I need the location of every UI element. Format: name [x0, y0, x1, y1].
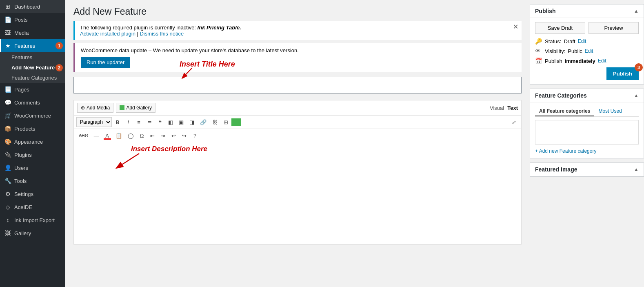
- dismiss-notice-link[interactable]: Dismiss this notice: [140, 31, 184, 37]
- status-edit-link[interactable]: Edit: [578, 38, 586, 44]
- unordered-list-button[interactable]: ≡: [134, 117, 144, 127]
- strikethrough-button[interactable]: ABC: [76, 131, 91, 140]
- notice-close-button[interactable]: ✕: [513, 24, 518, 30]
- format-select[interactable]: Paragraph Heading 1 Heading 2 Heading 3: [76, 117, 112, 127]
- sidebar-item-aceide[interactable]: ◇ AceIDE: [0, 200, 65, 214]
- align-right-button[interactable]: ◨: [187, 117, 197, 127]
- status-icon: 🔑: [535, 38, 542, 44]
- content-area: Add New Feature The following required p…: [65, 0, 644, 287]
- paste-from-word-button[interactable]: 📋: [113, 131, 124, 140]
- publish-metabox-header[interactable]: Publish ▲: [530, 4, 644, 18]
- undo-button[interactable]: ↩: [169, 131, 179, 140]
- publish-button[interactable]: Publish 3: [606, 67, 639, 80]
- add-gallery-label: Add Gallery: [126, 105, 152, 111]
- plugins-icon: 🔌: [4, 151, 11, 158]
- notice-message: The following required plugin is current…: [80, 24, 241, 31]
- sidebar-item-label: Gallery: [14, 230, 31, 236]
- expand-editor-button[interactable]: ⤢: [509, 117, 519, 127]
- sidebar-item-label: Ink Import Export: [14, 217, 55, 223]
- most-used-tab[interactable]: Most Used: [594, 107, 626, 116]
- sidebar-item-label: WooCommerce: [14, 113, 51, 119]
- outdent-button[interactable]: ⇤: [148, 131, 158, 140]
- add-gallery-button[interactable]: Add Gallery: [116, 103, 155, 113]
- add-new-badge: 2: [56, 64, 63, 71]
- sidebar-item-media[interactable]: 🖼 Media: [0, 26, 65, 39]
- sidebar-item-gallery[interactable]: 🖼 Gallery: [0, 227, 65, 240]
- sidebar-item-comments[interactable]: 💬 Comments: [0, 96, 65, 109]
- indent-button[interactable]: ⇥: [158, 131, 168, 140]
- align-center-button[interactable]: ▣: [176, 117, 186, 127]
- link-button[interactable]: 🔗: [198, 117, 209, 127]
- run-updater-button[interactable]: Run the updater: [81, 57, 130, 68]
- activate-plugin-link[interactable]: Activate installed plugin: [80, 31, 135, 37]
- sidebar-item-dashboard[interactable]: ⊞ Dashboard: [0, 0, 65, 13]
- users-icon: 👤: [4, 165, 11, 171]
- sub-item-feature-categories[interactable]: Feature Categories: [0, 73, 65, 83]
- sidebar-item-appearance[interactable]: 🎨 Appearance: [0, 135, 65, 148]
- post-title-input[interactable]: [73, 77, 522, 93]
- sidebar-item-label: Appearance: [14, 139, 43, 145]
- editor-body[interactable]: Insert Description Here: [74, 142, 521, 244]
- sub-item-label: Feature Categories: [11, 75, 57, 81]
- help-button[interactable]: ?: [190, 131, 200, 140]
- tab-text[interactable]: Text: [507, 105, 518, 111]
- feature-categories-header[interactable]: Feature Categories ▲: [530, 89, 644, 102]
- status-value: Draft: [564, 38, 575, 44]
- sidebar-item-label: Comments: [14, 100, 40, 106]
- publish-date-edit-link[interactable]: Edit: [598, 58, 606, 64]
- sidebar-item-pages[interactable]: 📃 Pages: [0, 83, 65, 96]
- publish-badge: 3: [635, 63, 643, 71]
- feature-categories-title: Feature Categories: [535, 92, 587, 99]
- add-media-label: Add Media: [87, 105, 110, 111]
- main-area: Add New Feature The following required p…: [65, 0, 644, 287]
- sidebar-item-label: Settings: [14, 191, 33, 197]
- sidebar-item-features[interactable]: ★ Features 1: [0, 39, 65, 52]
- add-media-button[interactable]: ⊕ Add Media: [77, 103, 113, 113]
- sidebar-item-label: Users: [14, 165, 28, 171]
- visibility-label: Visibility:: [545, 48, 565, 54]
- featured-image-header[interactable]: Featured Image ▲: [530, 163, 644, 176]
- unlink-button[interactable]: ⛓: [210, 117, 220, 127]
- special-chars-button[interactable]: Ω: [137, 131, 147, 140]
- sidebar-item-users[interactable]: 👤 Users: [0, 161, 65, 174]
- tab-visual[interactable]: Visual: [490, 105, 504, 111]
- sidebar-item-ink-import-export[interactable]: ↕ Ink Import Export: [0, 214, 65, 227]
- visibility-edit-link[interactable]: Edit: [585, 48, 593, 54]
- desc-arrow: Insert Description Here: [107, 142, 221, 175]
- table-button[interactable]: ⊞: [221, 117, 231, 127]
- sub-item-features[interactable]: Features: [0, 52, 65, 62]
- sidebar-item-label: Features: [14, 43, 35, 49]
- editor-wrap: ⊕ Add Media Add Gallery Visual Text: [73, 100, 522, 245]
- features-badge: 1: [56, 42, 63, 49]
- fullscreen-button[interactable]: [231, 118, 241, 126]
- sidebar-item-plugins[interactable]: 🔌 Plugins: [0, 148, 65, 161]
- save-draft-button[interactable]: Save Draft: [535, 22, 585, 34]
- status-label: Status:: [545, 38, 561, 44]
- sub-item-add-new-feature[interactable]: Add New Feature 2: [0, 62, 65, 73]
- woo-notice-text: WooCommerce data update – We need to upd…: [81, 47, 299, 53]
- category-list[interactable]: [535, 120, 639, 145]
- all-categories-tab[interactable]: All Feature categories: [535, 107, 594, 116]
- editor-top-bar: ⊕ Add Media Add Gallery Visual Text: [74, 100, 521, 116]
- toolbar-row2: ABC — A 📋 ◯ Ω ⇤ ⇥ ↩ ↪ ?: [74, 129, 521, 142]
- italic-button[interactable]: I: [123, 117, 133, 127]
- add-new-category-link[interactable]: + Add new Feature category: [535, 148, 596, 154]
- sidebar-item-settings[interactable]: ⚙ Settings: [0, 187, 65, 200]
- sidebar-item-posts[interactable]: 📄 Posts: [0, 13, 65, 26]
- redo-button[interactable]: ↪: [180, 131, 189, 140]
- bold-button[interactable]: B: [113, 117, 122, 127]
- text-color-button[interactable]: A: [102, 131, 112, 140]
- publish-metabox-body: Save Draft Preview 🔑 Status: Draft Edit …: [530, 18, 644, 84]
- preview-button[interactable]: Preview: [588, 22, 639, 34]
- sidebar-item-woocommerce[interactable]: 🛒 WooCommerce: [0, 109, 65, 122]
- hr-button[interactable]: —: [91, 131, 102, 140]
- sidebar-item-products[interactable]: 📦 Products: [0, 122, 65, 135]
- visibility-value: Public: [568, 48, 582, 54]
- ordered-list-button[interactable]: ≣: [144, 117, 154, 127]
- publish-date-value: immediately: [565, 58, 595, 64]
- sidebar-item-tools[interactable]: 🔧 Tools: [0, 174, 65, 187]
- blockquote-button[interactable]: ❝: [155, 117, 165, 127]
- clear-formatting-button[interactable]: ◯: [125, 131, 136, 140]
- align-left-button[interactable]: ◧: [166, 117, 175, 127]
- right-panel: Publish ▲ Save Draft Preview 🔑 Status: D…: [530, 0, 644, 287]
